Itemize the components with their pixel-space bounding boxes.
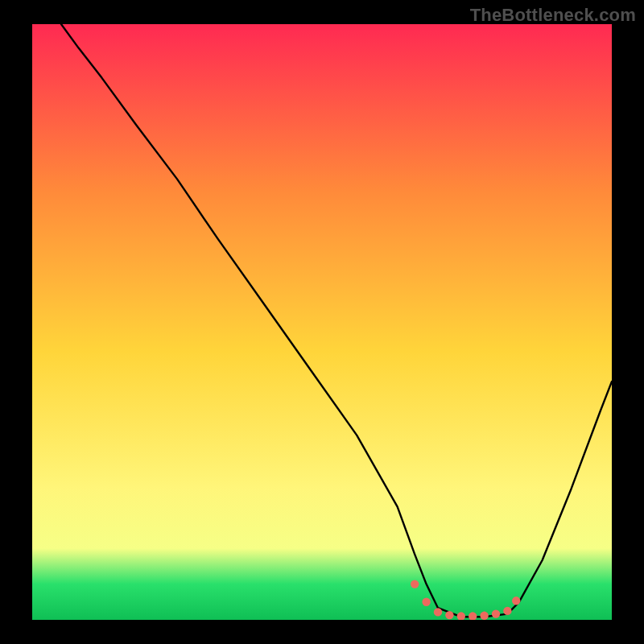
valley-marker — [503, 607, 511, 615]
valley-marker — [512, 597, 520, 605]
bottleneck-chart — [32, 24, 612, 620]
valley-marker — [492, 609, 500, 617]
valley-marker — [445, 611, 453, 619]
valley-marker — [422, 598, 430, 606]
valley-marker — [480, 612, 488, 620]
valley-marker — [434, 608, 442, 616]
gradient-background — [32, 24, 612, 620]
valley-marker — [411, 580, 419, 588]
watermark-text: TheBottleneck.com — [470, 5, 636, 26]
chart-plot-area — [32, 24, 612, 620]
